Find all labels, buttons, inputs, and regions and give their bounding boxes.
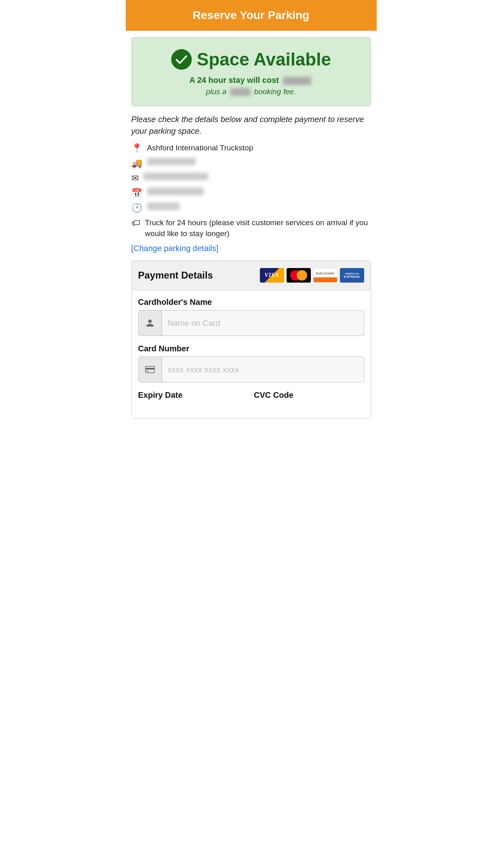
truck-icon: 🚚	[131, 158, 142, 169]
payment-section: Payment Details VISA DISCOVER	[131, 260, 371, 419]
details-list: 📍 Ashford International Truckstop 🚚 ✉ 📅 …	[131, 143, 371, 239]
list-item: ✉	[131, 173, 371, 184]
check-circle-icon	[171, 49, 192, 70]
card-number-input[interactable]	[162, 357, 364, 382]
cardholder-label: Cardholder's Name	[138, 298, 364, 307]
availability-banner: Space Available A 24 hour stay will cost…	[131, 37, 371, 106]
list-item: 🏷 Truck for 24 hours (please visit custo…	[131, 218, 371, 239]
clock-icon: 🕐	[131, 203, 142, 213]
cost-line: A 24 hour stay will cost	[140, 76, 363, 85]
svg-rect-2	[146, 368, 154, 370]
fee-blurred	[230, 88, 251, 96]
card-icon	[139, 357, 162, 382]
payment-header: Payment Details VISA DISCOVER	[132, 261, 371, 290]
availability-title: Space Available	[197, 49, 331, 70]
cvc-label: CVC Code	[254, 391, 364, 400]
payment-body: Cardholder's Name Card Number	[132, 290, 371, 418]
cost-blurred	[283, 77, 311, 85]
tag-icon: 🏷	[131, 218, 140, 228]
svg-rect-3	[146, 371, 149, 372]
expiry-field-group: Expiry Date	[138, 391, 249, 403]
cardholder-input[interactable]	[162, 310, 364, 336]
time-blurred	[147, 203, 179, 210]
card-logos: VISA DISCOVER AMERICAN EXPRESS	[260, 268, 364, 283]
date-blurred	[147, 188, 204, 195]
payment-title: Payment Details	[138, 270, 213, 281]
svg-point-0	[171, 49, 192, 70]
amex-logo: AMERICAN EXPRESS	[340, 268, 364, 283]
page-title: Reserve Your Parking	[134, 9, 369, 22]
stay-text: Truck for 24 hours (please visit custome…	[145, 218, 371, 239]
cardholder-field-group: Cardholder's Name	[138, 298, 364, 336]
visa-logo: VISA	[260, 268, 284, 283]
mastercard-logo	[287, 268, 311, 283]
list-item: 📅	[131, 188, 371, 199]
card-number-field-group: Card Number	[138, 344, 364, 382]
calendar-icon: 📅	[131, 188, 142, 199]
cvc-field-group: CVC Code	[254, 391, 364, 403]
discover-logo: DISCOVER	[313, 268, 337, 283]
booking-fee-line: plus a booking fee.	[140, 87, 363, 96]
mc-orange-circle	[297, 270, 307, 281]
mc-inner	[290, 270, 307, 281]
person-icon	[139, 310, 162, 336]
availability-header: Space Available	[140, 49, 363, 70]
card-number-label: Card Number	[138, 344, 364, 353]
description-text: Please check the details below and compl…	[131, 114, 371, 137]
change-parking-link[interactable]: [Change parking details]	[131, 244, 371, 253]
location-text: Ashford International Truckstop	[147, 143, 253, 154]
truck-blurred	[147, 158, 196, 165]
list-item: 🕐	[131, 203, 371, 213]
list-item: 🚚	[131, 158, 371, 169]
list-item: 📍 Ashford International Truckstop	[131, 143, 371, 154]
email-blurred	[143, 173, 208, 180]
expiry-cvc-row: Expiry Date CVC Code	[138, 391, 364, 411]
expiry-label: Expiry Date	[138, 391, 249, 400]
card-number-input-wrapper	[138, 357, 364, 382]
location-icon: 📍	[131, 143, 142, 154]
cardholder-input-wrapper	[138, 310, 364, 336]
page-header: Reserve Your Parking	[126, 0, 377, 31]
email-icon: ✉	[131, 173, 139, 184]
